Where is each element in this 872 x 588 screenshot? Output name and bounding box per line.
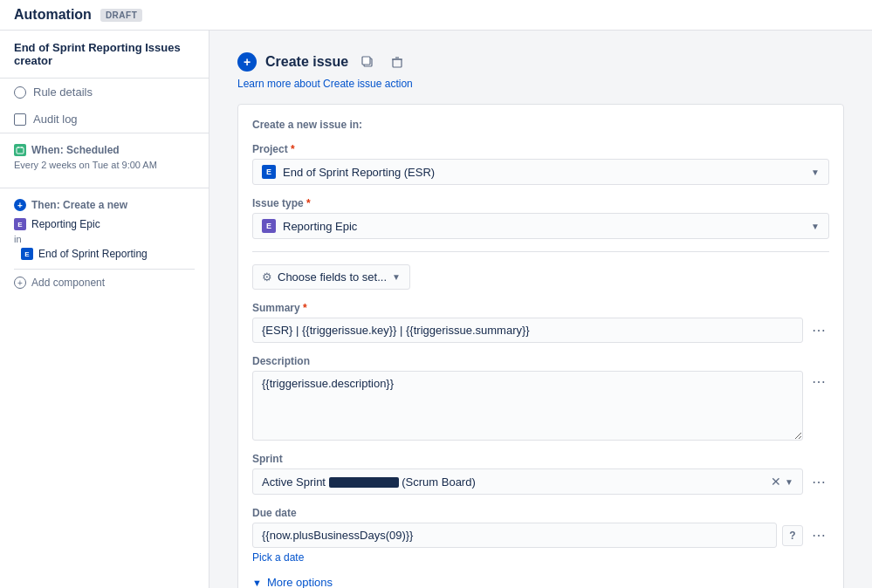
sidebar: End of Sprint Reporting Issues creator R… [0,31,209,588]
due-date-group: Due date ? ⋯ Pick a date [252,507,829,564]
when-title: When: Scheduled [14,144,195,156]
sprint-label: Sprint [252,453,829,465]
learn-more-link[interactable]: Learn more about Create issue action [237,78,844,90]
summary-options-button[interactable]: ⋯ [808,320,829,341]
plus-icon: + [14,199,26,211]
issue-type-value: Reporting Epic [283,220,357,233]
due-date-options-button[interactable]: ⋯ [808,525,829,546]
project-label: Project * [252,143,829,155]
more-options-section: ▼ More options Additional fields { "fiel… [252,576,829,588]
esr-icon: E [21,248,33,260]
due-date-label: Due date [252,507,829,519]
add-component-row[interactable]: + Add component [14,269,195,289]
when-subtitle: Every 2 weeks on Tue at 9:00 AM [14,160,195,170]
sprint-redacted [329,477,399,488]
create-in-group: Create a new issue in: [252,119,829,131]
description-group: Description {{triggerissue.description}}… [252,355,829,441]
sprint-select[interactable]: Active Sprint (Scrum Board) ✕ ▼ [252,468,803,495]
description-row: {{triggerissue.description}} ⋯ [252,371,829,441]
more-options-label: More options [267,576,333,588]
in-label: in [14,234,22,244]
gear-icon: ⚙ [262,270,272,284]
project-value: End of Sprint Reporting (ESR) [283,166,435,179]
in-row: in [14,232,195,246]
create-issue-form: Create a new issue in: Project * E End o… [237,104,844,588]
add-component-label: Add component [31,277,105,289]
create-issue-header: + Create issue [237,51,844,72]
add-circle-icon: + [14,277,26,289]
rule-name: End of Sprint Reporting Issues creator [0,31,209,79]
summary-group: Summary * ⋯ [252,302,829,343]
issue-type-group: Issue type * E Reporting Epic ▼ [252,197,829,239]
chevron-down-icon: ▼ [252,578,262,588]
chevron-down-icon: ▼ [811,222,820,231]
then-section: + Then: Create a new E Reporting Epic in… [0,188,209,299]
main-content: + Create issue Learn more about Create i… [209,31,872,588]
epic-icon: E [14,218,26,230]
sidebar-item-audit-log[interactable]: Audit log [0,106,209,133]
audit-log-label: Audit log [33,113,78,126]
chevron-down-icon: ▼ [392,272,401,282]
svg-rect-0 [17,147,24,154]
header: Automation DRAFT [0,0,872,31]
due-date-row: ? ⋯ [252,523,829,548]
issue-type-icon: E [262,219,276,233]
description-label: Description [252,355,829,367]
create-issue-title: Create issue [265,54,348,70]
summary-label: Summary * [252,302,829,314]
project-icon: E [262,165,276,179]
issue-type-label: Issue type * [252,197,829,209]
svg-rect-4 [362,57,370,65]
circle-icon [14,86,26,99]
more-options-toggle[interactable]: ▼ More options [252,576,829,588]
delete-button[interactable] [387,51,408,72]
project-group: Project * E End of Sprint Reporting (ESR… [252,143,829,185]
rect-icon [14,113,26,126]
due-date-input[interactable] [252,523,777,548]
rule-details-label: Rule details [33,85,93,99]
issue-type-select[interactable]: E Reporting Epic ▼ [252,213,829,239]
calendar-icon [14,144,26,156]
divider [252,251,829,252]
epic-label: Reporting Epic [31,218,100,230]
create-in-label: Create a new issue in: [252,119,829,131]
description-input[interactable]: {{triggerissue.description}} [252,371,803,441]
choose-fields-button[interactable]: ⚙ Choose fields to set... ▼ [252,264,410,290]
summary-input[interactable] [252,318,803,343]
summary-row: ⋯ [252,318,829,343]
plus-button[interactable]: + [237,52,257,72]
layout: End of Sprint Reporting Issues creator R… [0,31,872,588]
when-section: When: Scheduled Every 2 weeks on Tue at … [0,133,209,188]
chevron-down-icon: ▼ [785,477,793,487]
sprint-row: Active Sprint (Scrum Board) ✕ ▼ ⋯ [252,468,829,495]
sprint-options-button[interactable]: ⋯ [808,471,829,492]
draft-badge: DRAFT [100,9,142,22]
sprint-clear-icon[interactable]: ✕ [771,475,781,489]
then-title: + Then: Create a new [14,199,195,211]
project-row: E End of Sprint Reporting [14,246,195,262]
project-select[interactable]: E End of Sprint Reporting (ESR) ▼ [252,159,829,185]
page-title: Automation [14,7,92,23]
help-button[interactable]: ? [782,525,803,546]
sprint-group: Sprint Active Sprint (Scrum Board) ✕ [252,453,829,495]
sprint-value: Active Sprint (Scrum Board) [262,475,476,489]
chevron-down-icon: ▼ [811,168,820,177]
pick-date-link[interactable]: Pick a date [252,551,829,564]
choose-fields-label: Choose fields to set... [278,270,387,284]
project-label: End of Sprint Reporting [38,248,148,260]
sidebar-item-rule-details[interactable]: Rule details [0,79,209,106]
svg-rect-5 [393,59,402,67]
description-options-button[interactable]: ⋯ [808,371,829,392]
copy-button[interactable] [357,51,378,72]
epic-row: E Reporting Epic [14,216,195,232]
